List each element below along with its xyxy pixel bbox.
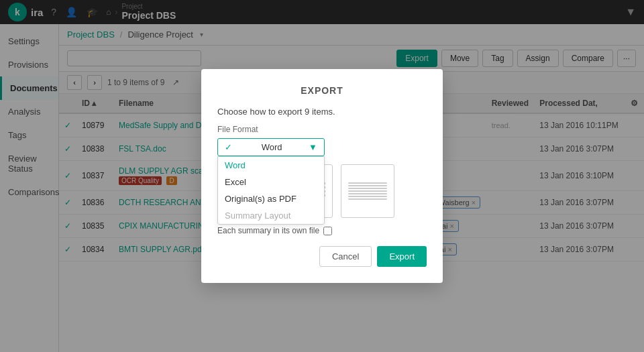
own-file-label: Each summary in its own file [217,226,319,235]
cancel-button[interactable]: Cancel [319,246,372,267]
chevron-down-icon: ▼ [309,142,317,152]
modal-description: Choose how to export 9 items. [217,107,427,117]
own-file-checkbox[interactable] [323,227,332,235]
format-option-word[interactable]: Word [218,157,324,174]
modal-overlay: EXPORT Choose how to export 9 items. Fil… [0,0,644,352]
format-options: Word Excel Original(s) as PDF Summary La… [217,156,325,225]
file-format-label: File Format [217,125,427,134]
format-option-excel[interactable]: Excel [218,174,324,190]
export-button-modal[interactable]: Export [377,246,427,267]
format-icon-pdf[interactable] [341,164,394,218]
modal-footer: Cancel Export [217,246,427,267]
format-option-original-pdf[interactable]: Original(s) as PDF [218,190,324,207]
export-modal: EXPORT Choose how to export 9 items. Fil… [201,69,443,283]
own-file-row: Each summary in its own file [217,226,427,235]
modal-title: EXPORT [217,85,427,96]
checkmark-icon: ✓ [225,142,232,152]
format-dropdown[interactable]: ✓ Word ▼ Word Excel Original(s) as PDF S… [217,138,325,156]
format-dropdown-selected[interactable]: ✓ Word ▼ [217,138,325,156]
selected-format-label: Word [262,142,282,152]
format-option-summary-layout[interactable]: Summary Layout [218,207,324,224]
